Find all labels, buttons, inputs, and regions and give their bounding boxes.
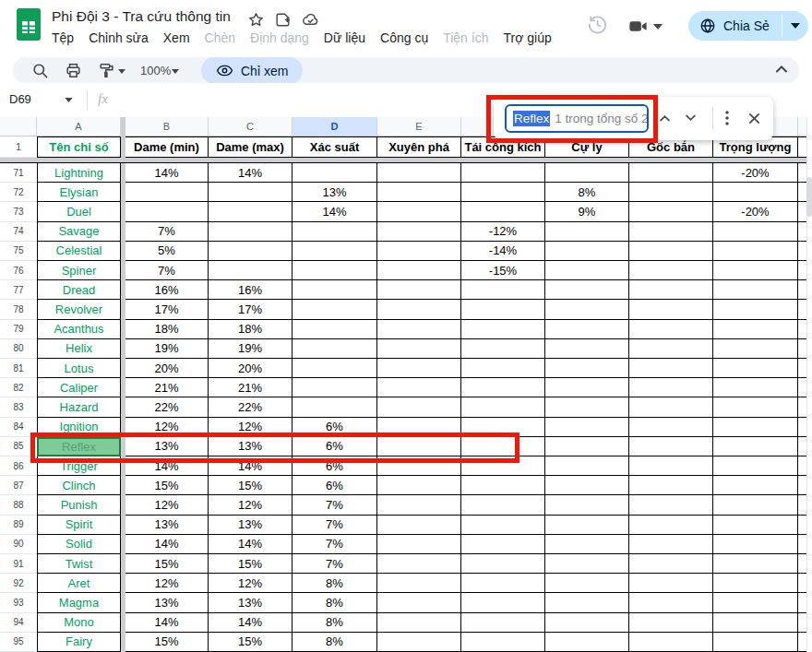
cell-G81[interactable]	[545, 359, 629, 378]
cell-A75[interactable]: Celestial	[37, 242, 121, 261]
cell-F92[interactable]	[461, 574, 545, 593]
cell-B72[interactable]	[125, 183, 209, 202]
cell-I71[interactable]: -20%	[713, 163, 798, 183]
row-number-91[interactable]: 91	[0, 554, 37, 574]
cell-A81[interactable]: Lotus	[37, 359, 121, 378]
cell-C91[interactable]: 15%	[209, 554, 293, 574]
cell-C93[interactable]: 13%	[209, 593, 293, 612]
cell-C81[interactable]: 20%	[209, 359, 293, 378]
cell-H85[interactable]	[629, 437, 713, 456]
cell-H90[interactable]	[629, 535, 713, 554]
cell-H82[interactable]	[629, 378, 713, 397]
cell-G71[interactable]	[545, 163, 629, 183]
cell-A80[interactable]: Helix	[37, 339, 121, 359]
cell-H94[interactable]	[629, 613, 713, 633]
cell-H76[interactable]	[629, 261, 713, 280]
spreadsheet-grid[interactable]: ABCDEFGHI1Tên chỉ sốDame (min)Dame (max)…	[0, 117, 812, 652]
cell-A74[interactable]: Savage	[37, 222, 121, 242]
cell-E81[interactable]	[377, 359, 461, 378]
cell-C72[interactable]	[209, 183, 293, 202]
cell-F88[interactable]	[461, 495, 545, 515]
cell-H84[interactable]	[629, 418, 713, 437]
cell-A73[interactable]: Duel	[37, 202, 121, 221]
cell-H95[interactable]	[629, 633, 713, 652]
cell-A79[interactable]: Acanthus	[37, 320, 121, 339]
cell-F75[interactable]: -14%	[461, 242, 545, 261]
cell-B89[interactable]: 13%	[125, 516, 209, 535]
cell-E76[interactable]	[377, 261, 461, 280]
cell-F91[interactable]	[461, 554, 545, 574]
cell-A95[interactable]: Fairy	[37, 633, 121, 652]
find-more-options-button[interactable]	[716, 107, 738, 129]
row-number-83[interactable]: 83	[0, 397, 37, 417]
cell-D92[interactable]: 8%	[293, 574, 377, 593]
cell-F94[interactable]	[461, 613, 545, 633]
cell-D95[interactable]: 8%	[293, 633, 377, 652]
cell-A71[interactable]: Lightning	[37, 163, 121, 183]
menu-chỉnh-sửa[interactable]: Chỉnh sửa	[81, 30, 156, 46]
cell-B73[interactable]	[125, 202, 209, 221]
cell-A77[interactable]: Dread	[37, 280, 121, 300]
cell-B83[interactable]: 22%	[125, 397, 209, 417]
header-cell-B1[interactable]: Dame (min)	[125, 136, 209, 158]
row-number-92[interactable]: 92	[0, 574, 37, 593]
column-header-A[interactable]: A	[37, 117, 121, 136]
cell-I73[interactable]: -20%	[713, 202, 798, 221]
row-number-93[interactable]: 93	[0, 593, 37, 612]
row-number-95[interactable]: 95	[0, 633, 37, 652]
cell-B87[interactable]: 15%	[125, 476, 209, 495]
share-button[interactable]: Chia Sẻ	[688, 11, 782, 41]
cell-F83[interactable]	[461, 397, 545, 417]
menu-trợ-giúp[interactable]: Trợ giúp	[496, 30, 558, 46]
header-cell-A1[interactable]: Tên chỉ số	[37, 136, 121, 158]
cell-G80[interactable]	[545, 339, 629, 359]
cell-E82[interactable]	[377, 378, 461, 397]
cloud-saved-icon[interactable]	[301, 11, 320, 29]
row-number-75[interactable]: 75	[0, 242, 37, 261]
cell-H73[interactable]	[629, 202, 713, 221]
cell-G75[interactable]	[545, 242, 629, 261]
cell-E83[interactable]	[377, 397, 461, 417]
cell-F81[interactable]	[461, 359, 545, 378]
cell-B75[interactable]: 5%	[125, 242, 209, 261]
cell-A82[interactable]: Caliper	[37, 378, 121, 397]
cell-G79[interactable]	[545, 320, 629, 339]
cell-B80[interactable]: 19%	[125, 339, 209, 359]
cell-D88[interactable]: 7%	[293, 495, 377, 515]
cell-I80[interactable]	[713, 339, 798, 359]
cell-F90[interactable]	[461, 535, 545, 554]
cell-A90[interactable]: Solid	[37, 535, 121, 554]
cell-D90[interactable]: 7%	[293, 535, 377, 554]
sheets-logo[interactable]	[17, 8, 42, 41]
row-number-78[interactable]: 78	[0, 300, 37, 319]
cell-G83[interactable]	[545, 397, 629, 417]
cell-D79[interactable]	[293, 320, 377, 339]
cell-D76[interactable]	[293, 261, 377, 280]
cell-D77[interactable]	[293, 280, 377, 300]
cell-I76[interactable]	[713, 261, 798, 280]
row-number-88[interactable]: 88	[0, 495, 37, 515]
cell-B91[interactable]: 15%	[125, 554, 209, 574]
cell-I95[interactable]	[713, 633, 798, 652]
cell-G78[interactable]	[545, 300, 629, 319]
cell-E73[interactable]	[377, 202, 461, 221]
cell-A89[interactable]: Spirit	[37, 516, 121, 535]
cell-A93[interactable]: Magma	[37, 593, 121, 612]
cell-I85[interactable]	[713, 437, 798, 456]
cell-I90[interactable]	[713, 535, 798, 554]
cell-D80[interactable]	[293, 339, 377, 359]
cell-C73[interactable]	[209, 202, 293, 221]
cell-G84[interactable]	[545, 418, 629, 437]
row-number-80[interactable]: 80	[0, 339, 37, 359]
cell-G72[interactable]: 8%	[545, 183, 629, 202]
cell-D72[interactable]: 13%	[293, 183, 377, 202]
cell-H77[interactable]	[629, 280, 713, 300]
find-close-button[interactable]	[743, 107, 765, 129]
cell-B88[interactable]: 12%	[125, 495, 209, 515]
cell-I91[interactable]	[713, 554, 798, 574]
cell-F80[interactable]	[461, 339, 545, 359]
header-cell-C1[interactable]: Dame (max)	[209, 136, 293, 158]
cell-I83[interactable]	[713, 397, 798, 417]
column-header-B[interactable]: B	[125, 117, 209, 136]
row-number-1[interactable]: 1	[0, 136, 37, 158]
